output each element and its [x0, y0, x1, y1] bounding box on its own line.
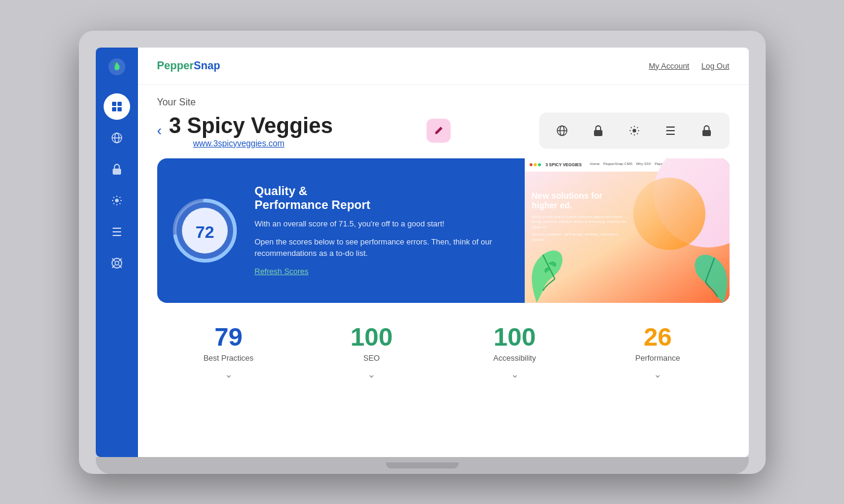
performance-chevron[interactable]: ⌄ — [591, 369, 725, 380]
seo-label: SEO — [305, 353, 439, 362]
accessibility-label: Accessibility — [448, 353, 582, 362]
preview-headline: New solutions for higher ed. — [532, 191, 628, 211]
report-desc2: Open the scores below to see performance… — [255, 236, 510, 260]
sidebar-item-dashboard[interactable] — [104, 93, 130, 120]
site-title-row: ‹ 3 Spicy Veggies www.3spicyveggies.com — [138, 113, 749, 158]
preview-subtext2: Give us a problem - we'll design, archit… — [532, 232, 628, 242]
performance-label: Performance — [591, 353, 725, 362]
website-preview: 3 SPICY VEGGIES Home PepperSnap CMS Why … — [525, 158, 730, 303]
sidebar-item-settings[interactable] — [104, 187, 130, 214]
performance-value: 26 — [591, 325, 725, 350]
svg-rect-1 — [112, 102, 116, 106]
site-title-left: ‹ 3 Spicy Veggies www.3spicyveggies.com — [157, 113, 333, 148]
best-practices-label: Best Practices — [162, 353, 296, 362]
preview-subtext1: We're a fresh kind of custom software ag… — [532, 214, 628, 229]
site-url-link[interactable]: www.3spicyveggies.com — [193, 138, 333, 148]
header-nav: My Account Log Out — [649, 61, 729, 70]
sidebar-item-list[interactable] — [104, 219, 130, 245]
toolbar-list-icon[interactable] — [660, 120, 681, 142]
svg-point-9 — [115, 199, 119, 202]
page-title: Your Site — [138, 85, 749, 113]
svg-rect-27 — [702, 130, 711, 136]
svg-rect-4 — [117, 107, 122, 111]
sidebar-item-help[interactable] — [104, 250, 130, 276]
icon-toolbar — [539, 113, 730, 149]
seo-chevron[interactable]: ⌄ — [305, 369, 439, 380]
toolbar-lock2-icon[interactable] — [696, 120, 717, 142]
toolbar-globe-icon[interactable] — [551, 120, 573, 142]
refresh-scores-link[interactable]: Refresh Scores — [255, 267, 309, 276]
log-out-link[interactable]: Log Out — [701, 61, 729, 70]
report-text: Quality & Performance Report With an ove… — [255, 184, 510, 276]
logo: PepperSnap — [157, 60, 220, 72]
preview-content: New solutions for higher ed. We're a fre… — [525, 172, 730, 303]
preview-logo — [530, 163, 541, 166]
toolbar-settings-icon[interactable] — [624, 120, 645, 142]
accessibility-value: 100 — [448, 325, 582, 350]
back-arrow[interactable]: ‹ — [157, 122, 162, 139]
best-practices-chevron[interactable]: ⌄ — [162, 369, 296, 380]
sidebar-item-globe[interactable] — [104, 125, 130, 151]
logo-pepper: Pepper — [157, 60, 194, 72]
sidebar-item-lock[interactable] — [104, 156, 130, 182]
svg-rect-22 — [594, 130, 602, 136]
score-card-accessibility: 100 Accessibility ⌄ — [443, 315, 587, 385]
logo-snap: Snap — [194, 60, 220, 72]
site-name: 3 Spicy Veggies — [169, 113, 333, 138]
best-practices-value: 79 — [162, 325, 296, 350]
svg-rect-2 — [117, 102, 122, 106]
svg-text:72: 72 — [195, 223, 214, 241]
preview-site-name: 3 SPICY VEGGIES — [546, 163, 582, 167]
score-card-seo: 100 SEO ⌄ — [300, 315, 443, 385]
header: PepperSnap My Account Log Out — [138, 48, 749, 85]
svg-rect-3 — [112, 107, 116, 111]
svg-point-14 — [115, 261, 119, 265]
score-circle: 72 — [172, 198, 238, 264]
edit-button[interactable] — [427, 119, 451, 143]
score-card-best-practices: 79 Best Practices ⌄ — [157, 315, 301, 385]
accessibility-chevron[interactable]: ⌄ — [448, 369, 582, 380]
report-title: Quality & Performance Report — [255, 184, 510, 212]
svg-point-23 — [633, 129, 636, 132]
seo-value: 100 — [305, 325, 439, 350]
preview-mockup: 3 SPICY VEGGIES Home PepperSnap CMS Why … — [525, 158, 730, 303]
scores-row: 79 Best Practices ⌄ 100 SEO ⌄ 100 Access… — [138, 315, 749, 385]
svg-rect-8 — [113, 169, 121, 175]
report-left: 72 Quality & Performance Report With an … — [157, 158, 525, 303]
report-desc1: With an overall score of 71.5, you're of… — [255, 218, 510, 230]
leaf-right-icon — [681, 243, 730, 303]
report-card: 72 Quality & Performance Report With an … — [157, 158, 730, 303]
main-content: PepperSnap My Account Log Out Your Site … — [138, 48, 749, 457]
sidebar-logo — [107, 57, 127, 79]
toolbar-lock-icon[interactable] — [587, 120, 609, 142]
my-account-link[interactable]: My Account — [649, 61, 689, 70]
sidebar — [96, 48, 138, 457]
score-card-performance: 26 Performance ⌄ — [586, 315, 730, 385]
